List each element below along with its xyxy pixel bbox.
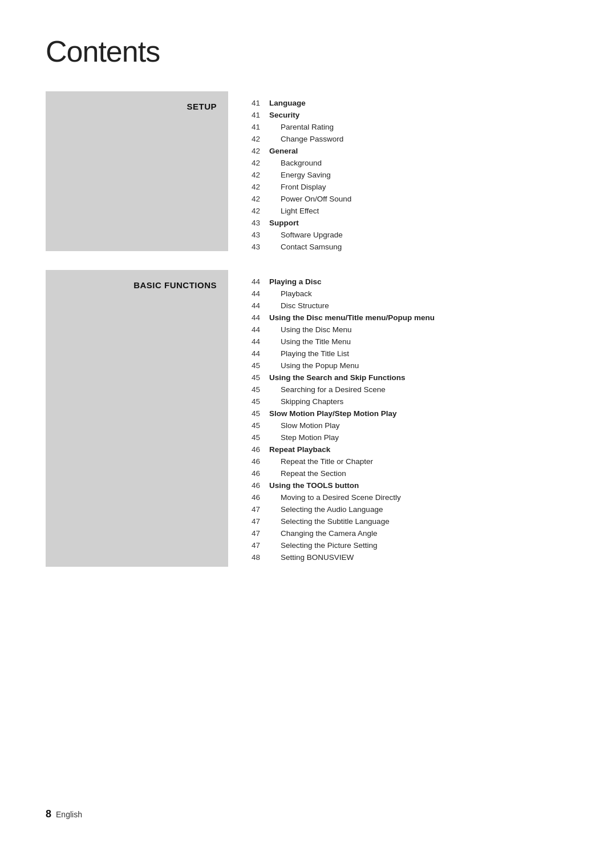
- entry-basic-functions-7: 45Using the Popup Menu: [245, 360, 570, 372]
- entry-text: Selecting the Picture Setting: [269, 541, 378, 550]
- entry-setup-2: 41Parental Rating: [245, 121, 570, 133]
- entry-text: Parental Rating: [269, 123, 334, 131]
- contents-table: SETUP41Language41Security41Parental Rati…: [46, 91, 570, 569]
- entry-num: 45: [245, 397, 269, 406]
- entry-basic-functions-19: 47Selecting the Audio Language: [245, 503, 570, 515]
- entry-basic-functions-8: 45Using the Search and Skip Functions: [245, 372, 570, 384]
- entry-text: Using the Popup Menu: [269, 361, 359, 370]
- entry-basic-functions-4: 44Using the Disc Menu: [245, 324, 570, 336]
- entry-num: 44: [245, 313, 269, 322]
- entry-text: Playing a Disc: [269, 277, 322, 286]
- entry-num: 45: [245, 421, 269, 430]
- entry-num: 42: [245, 147, 269, 155]
- entry-num: 41: [245, 123, 269, 131]
- entry-text: Change Password: [269, 135, 343, 143]
- entry-basic-functions-14: 46Repeat Playback: [245, 443, 570, 455]
- entry-num: 44: [245, 325, 269, 334]
- entry-num: 42: [245, 207, 269, 215]
- section-label-box-setup: SETUP: [46, 91, 228, 251]
- section-label-text-basic-functions: BASIC FUNCTIONS: [133, 280, 217, 290]
- entry-basic-functions-17: 46Using the TOOLS button: [245, 479, 570, 491]
- entry-basic-functions-1: 44Playback: [245, 288, 570, 300]
- entry-text: Support: [269, 219, 299, 227]
- entry-text: Playing the Title List: [269, 349, 349, 358]
- entry-num: 46: [245, 481, 269, 490]
- entry-num: 44: [245, 289, 269, 298]
- entry-basic-functions-13: 45Step Motion Play: [245, 431, 570, 443]
- entry-text: Using the Disc Menu: [269, 325, 352, 334]
- entry-num: 42: [245, 135, 269, 143]
- entry-setup-9: 42Light Effect: [245, 205, 570, 217]
- entry-num: 43: [245, 243, 269, 251]
- entry-text: Light Effect: [269, 207, 319, 215]
- entry-text: General: [269, 147, 298, 155]
- entry-text: Changing the Camera Angle: [269, 529, 378, 538]
- entry-text: Background: [269, 159, 322, 167]
- entry-setup-4: 42General: [245, 145, 570, 157]
- section-label-box-basic-functions: BASIC FUNCTIONS: [46, 270, 228, 567]
- entry-num: 45: [245, 373, 269, 382]
- entry-setup-1: 41Security: [245, 109, 570, 121]
- entry-num: 47: [245, 529, 269, 538]
- section-row-basic-functions: BASIC FUNCTIONS44Playing a Disc44Playbac…: [46, 270, 570, 569]
- entry-num: 44: [245, 337, 269, 346]
- entry-num: 47: [245, 541, 269, 550]
- entry-setup-11: 43Software Upgrade: [245, 229, 570, 241]
- entry-basic-functions-6: 44Playing the Title List: [245, 348, 570, 360]
- entry-text: Skipping Chapters: [269, 397, 343, 406]
- entry-basic-functions-16: 46Repeat the Section: [245, 467, 570, 479]
- entry-text: Repeat the Section: [269, 469, 346, 478]
- entry-text: Selecting the Subtitle Language: [269, 517, 390, 526]
- entry-num: 45: [245, 433, 269, 442]
- entry-num: 44: [245, 301, 269, 310]
- entry-text: Contact Samsung: [269, 243, 342, 251]
- entry-basic-functions-20: 47Selecting the Subtitle Language: [245, 515, 570, 527]
- section-row-setup: SETUP41Language41Security41Parental Rati…: [46, 91, 570, 259]
- entry-text: Energy Saving: [269, 171, 331, 179]
- entry-setup-0: 41Language: [245, 97, 570, 109]
- entry-basic-functions-15: 46Repeat the Title or Chapter: [245, 455, 570, 467]
- entry-basic-functions-22: 47Selecting the Picture Setting: [245, 539, 570, 551]
- footer-page-number: 8: [46, 808, 51, 820]
- footer-language: English: [56, 810, 82, 819]
- entry-text: Step Motion Play: [269, 433, 339, 442]
- entry-num: 47: [245, 505, 269, 514]
- entry-setup-8: 42Power On/Off Sound: [245, 193, 570, 205]
- entry-basic-functions-11: 45Slow Motion Play/Step Motion Play: [245, 408, 570, 420]
- entry-num: 41: [245, 99, 269, 107]
- entry-num: 45: [245, 385, 269, 394]
- entry-num: 43: [245, 231, 269, 239]
- entry-num: 41: [245, 111, 269, 119]
- entry-basic-functions-18: 46Moving to a Desired Scene Directly: [245, 491, 570, 503]
- page-title: Contents: [46, 34, 570, 68]
- entry-text: Using the TOOLS button: [269, 481, 359, 490]
- entry-text: Playback: [269, 289, 312, 298]
- entry-text: Moving to a Desired Scene Directly: [269, 493, 401, 502]
- section-label-text-setup: SETUP: [187, 102, 217, 111]
- entry-basic-functions-0: 44Playing a Disc: [245, 276, 570, 288]
- entry-basic-functions-5: 44Using the Title Menu: [245, 336, 570, 348]
- entry-num: 42: [245, 195, 269, 203]
- entry-text: Using the Search and Skip Functions: [269, 373, 406, 382]
- entry-text: Disc Structure: [269, 301, 329, 310]
- entry-text: Language: [269, 99, 306, 107]
- entry-text: Using the Title Menu: [269, 337, 351, 346]
- entry-setup-6: 42Energy Saving: [245, 169, 570, 181]
- entry-text: Repeat Playback: [269, 445, 330, 454]
- entry-num: 44: [245, 349, 269, 358]
- entry-num: 46: [245, 445, 269, 454]
- entry-num: 46: [245, 469, 269, 478]
- entry-basic-functions-3: 44Using the Disc menu/Title menu/Popup m…: [245, 312, 570, 324]
- footer: 8 English: [46, 808, 82, 820]
- entry-basic-functions-2: 44Disc Structure: [245, 300, 570, 312]
- entry-text: Searching for a Desired Scene: [269, 385, 386, 394]
- entry-basic-functions-21: 47Changing the Camera Angle: [245, 527, 570, 539]
- entry-num: 48: [245, 553, 269, 562]
- entry-basic-functions-9: 45Searching for a Desired Scene: [245, 384, 570, 396]
- entry-text: Using the Disc menu/Title menu/Popup men…: [269, 313, 435, 322]
- entry-num: 42: [245, 171, 269, 179]
- entry-text: Software Upgrade: [269, 231, 343, 239]
- entry-setup-7: 42Front Display: [245, 181, 570, 193]
- entry-num: 44: [245, 277, 269, 286]
- entry-num: 46: [245, 493, 269, 502]
